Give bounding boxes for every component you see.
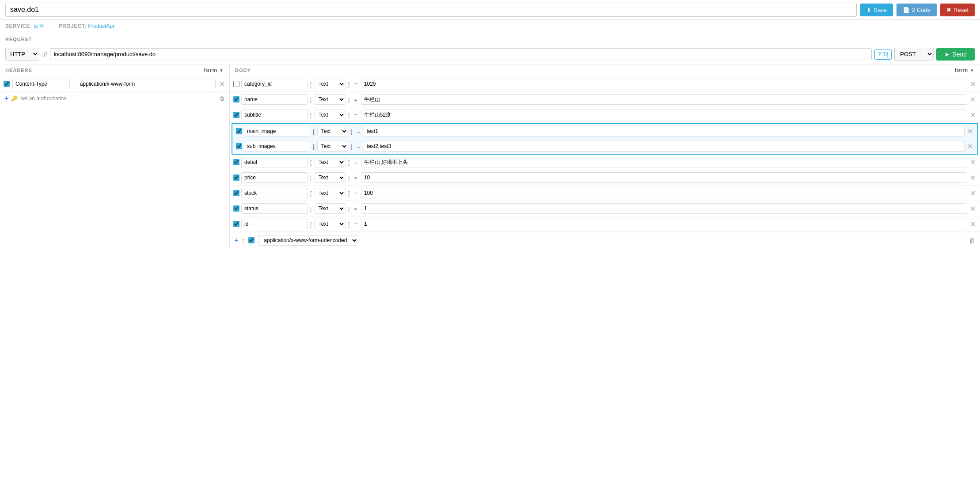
body-delete-button[interactable]: ✕	[969, 111, 976, 119]
body-key-input[interactable]	[244, 141, 310, 152]
reset-icon: ✖	[946, 7, 951, 13]
body-row: [TextFileJSON]=✕	[230, 155, 980, 170]
url-input[interactable]	[50, 48, 872, 60]
body-key-input[interactable]	[241, 110, 308, 120]
body-type-select[interactable]: TextFileJSON	[315, 172, 346, 183]
body-type-select[interactable]: TextFileJSON	[315, 157, 346, 167]
project-label: PROJECT:	[59, 23, 87, 29]
body-row-checkbox[interactable]	[233, 205, 239, 212]
body-key-input[interactable]	[241, 157, 308, 167]
header-value-input[interactable]	[77, 79, 216, 89]
body-key-input[interactable]	[241, 203, 308, 214]
body-format[interactable]: form ▼	[954, 67, 975, 73]
headers-panel: HEADERS form ▼ : ✕ + 🔑 set an authorizat…	[0, 64, 230, 248]
body-row-checkbox[interactable]	[233, 112, 239, 118]
header-delete-button[interactable]: ✕	[218, 80, 226, 88]
body-row-checkbox[interactable]	[233, 221, 239, 227]
body-delete-button[interactable]: ✕	[966, 127, 974, 136]
body-row-checkbox[interactable]	[233, 174, 239, 181]
body-panel-header: BODY form ▼	[230, 64, 980, 76]
header-row: : ✕	[0, 76, 229, 92]
body-type-select[interactable]: TextFileJSON	[315, 188, 346, 198]
body-key-input[interactable]	[241, 188, 308, 198]
encoding-select[interactable]: application/x-www-form-urlencoded multip…	[258, 235, 358, 246]
send-button[interactable]: ➤ Send	[936, 48, 975, 61]
body-value-input[interactable]	[361, 203, 967, 214]
body-delete-button[interactable]: ✕	[969, 80, 976, 88]
body-delete-button[interactable]: ✕	[969, 189, 976, 197]
headers-format[interactable]: form ▼	[204, 67, 224, 73]
body-label: BODY	[235, 68, 251, 73]
body-row-checkbox[interactable]	[233, 159, 239, 165]
url-bar: HTTP HTTPS :// ? [0] POST GET PUT DELETE…	[0, 44, 980, 64]
body-trash-icon[interactable]: 🗑	[969, 237, 976, 244]
auth-icon: 🔑	[11, 95, 18, 102]
body-value-input[interactable]	[361, 188, 967, 198]
send-icon: ➤	[944, 51, 950, 58]
body-format-arrow: ▼	[970, 68, 975, 73]
body-key-input[interactable]	[241, 172, 308, 183]
body-key-input[interactable]	[241, 219, 308, 229]
body-rows-container: [TextFileJSON]=✕[TextFileJSON]=✕[TextFil…	[230, 76, 980, 232]
body-value-input[interactable]	[361, 79, 967, 89]
add-auth-row[interactable]: + 🔑 set an authorization 🗑	[0, 92, 229, 105]
help-button[interactable]: ? [0]	[874, 49, 892, 60]
body-row-checkbox[interactable]	[233, 81, 239, 87]
protocol-select[interactable]: HTTP HTTPS	[5, 48, 39, 61]
body-row-checkbox[interactable]	[236, 143, 242, 149]
service-bar: SERVICE: 后台 PROJECT: ProductApi	[0, 20, 980, 33]
body-value-input[interactable]	[364, 126, 965, 137]
body-row-checkbox[interactable]	[236, 128, 242, 134]
body-key-input[interactable]	[241, 79, 308, 89]
body-delete-button[interactable]: ✕	[969, 220, 976, 228]
code-button[interactable]: 📄 2 Code	[896, 4, 937, 16]
body-value-input[interactable]	[361, 110, 967, 120]
add-header-icon[interactable]: +	[4, 95, 8, 102]
body-type-select[interactable]: TextFileJSON	[315, 94, 346, 105]
headers-label: HEADERS	[5, 68, 32, 73]
body-value-input[interactable]	[361, 172, 967, 183]
body-row: [TextFileJSON]=✕	[230, 170, 980, 186]
title-input[interactable]	[5, 3, 857, 17]
body-delete-button[interactable]: ✕	[969, 95, 976, 104]
body-value-input[interactable]	[361, 94, 967, 105]
body-type-select[interactable]: TextFileJSON	[317, 141, 348, 152]
service-label: SERVICE:	[5, 23, 32, 29]
auth-label[interactable]: set an authorization	[20, 95, 67, 102]
body-value-input[interactable]	[361, 219, 967, 229]
header-key-input[interactable]	[12, 79, 70, 89]
body-row: [TextFileJSON]=✕	[230, 201, 980, 216]
encoding-checkbox[interactable]	[248, 237, 254, 243]
body-row-checkbox[interactable]	[233, 96, 239, 102]
body-value-input[interactable]	[361, 157, 967, 167]
body-row: [TextFileJSON]=✕	[230, 76, 980, 92]
save-icon: ⬇	[866, 7, 871, 13]
body-delete-button[interactable]: ✕	[969, 158, 976, 167]
add-body-row-icon[interactable]: +	[234, 236, 238, 244]
body-delete-button[interactable]: ✕	[969, 174, 976, 182]
body-value-input[interactable]	[364, 141, 965, 152]
sort-icon[interactable]: ↕	[242, 237, 245, 244]
body-panel: BODY form ▼ [TextFileJSON]=✕[TextFileJSO…	[230, 64, 980, 248]
save-button[interactable]: ⬇ Save	[860, 4, 893, 16]
body-type-select[interactable]: TextFileJSON	[317, 126, 348, 137]
body-row: [TextFileJSON]=✕	[232, 123, 978, 139]
body-delete-button[interactable]: ✕	[969, 205, 976, 213]
body-type-select[interactable]: TextFileJSON	[315, 110, 346, 120]
service-value[interactable]: 后台	[34, 23, 44, 29]
body-row: [TextFileJSON]=✕	[230, 216, 980, 232]
body-key-input[interactable]	[241, 94, 308, 105]
header-row-checkbox[interactable]	[4, 81, 10, 87]
method-select[interactable]: POST GET PUT DELETE	[894, 48, 934, 61]
request-section-header: REQUEST	[0, 33, 980, 44]
header-trash-icon[interactable]: 🗑	[220, 95, 225, 102]
reset-button[interactable]: ✖ Reset	[940, 4, 975, 16]
body-delete-button[interactable]: ✕	[966, 142, 974, 151]
body-row-checkbox[interactable]	[233, 190, 239, 196]
top-bar: ⬇ Save 📄 2 Code ✖ Reset	[0, 0, 980, 20]
body-type-select[interactable]: TextFileJSON	[315, 203, 346, 214]
project-value[interactable]: ProductApi	[88, 23, 114, 29]
body-type-select[interactable]: TextFileJSON	[315, 219, 346, 229]
body-type-select[interactable]: TextFileJSON	[315, 79, 346, 89]
body-key-input[interactable]	[244, 126, 310, 137]
